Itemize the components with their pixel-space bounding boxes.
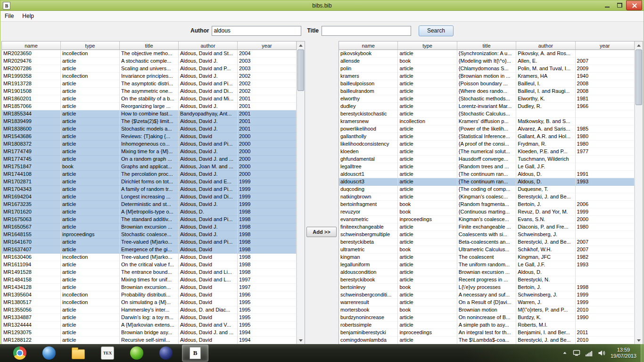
table-row-ghfundamental[interactable]: ghfundamentalarticleHausdorff converge..… (339, 156, 635, 163)
restore-button[interactable] (613, 0, 626, 10)
table-row-robertssimple[interactable]: robertssimplearticleA simple path to asy… (339, 321, 635, 329)
menu-file[interactable]: File (0, 11, 18, 21)
media-green-icon-button[interactable] (124, 345, 150, 362)
close-button[interactable] (626, 0, 642, 10)
left-scrollbar[interactable] (297, 41, 305, 344)
table-row-kloeden[interactable]: kloedenarticle{The numerical solut...Klo… (339, 148, 635, 156)
table-row-MR1913728[interactable]: MR1913728articleThe asymptotic distri...… (2, 80, 297, 88)
table-row-natkingbrown[interactable]: natkingbrownarticle{Kingman's coalesc...… (339, 193, 635, 201)
table-row-ultrametric[interactable]: ultrametricbookUltrametric Calculus...Sc… (339, 246, 635, 254)
table-row-MR1673235[interactable]: MR1673235articleDeterministic and st...A… (2, 201, 297, 208)
chrome-icon-button[interactable] (7, 345, 33, 362)
table-row-MR1901508[interactable]: MR1901508articleThe asymmetric one...Ald… (2, 88, 297, 95)
column-header-title[interactable]: title (457, 41, 516, 50)
table-row-MR1324444[interactable]: MR1324444articleA {M}arkovian extens...A… (2, 321, 297, 329)
table-row-polin[interactable]: polinarticle{Chlamydomonas S...Polin, M.… (339, 65, 635, 73)
table-row-MR1702871[interactable]: MR1702871articleDirichlet forms on tot..… (2, 178, 297, 186)
table-row-berestyckibeta[interactable]: berestyckibetaarticleBeta-coalescents an… (339, 239, 635, 246)
table-row-MR1434128[interactable]: MR1434128articleBrownian excursion...Ald… (2, 284, 297, 291)
table-row-MR1395604[interactable]: MR1395604incollectionProbability distrib… (2, 291, 297, 299)
table-row-MR1484158[interactable]: MR1484158articleMixing times for unif...… (2, 276, 297, 284)
column-header-author[interactable]: author (516, 41, 575, 50)
table-row-MR1744108[interactable]: MR1744108articleThe percolation proc...A… (2, 171, 297, 178)
table-row-MR1774745[interactable]: MR1774745articleOn a random graph ...Ald… (2, 156, 297, 163)
table-row-MR1857066[interactable]: MR1857066articleReorganizing large ...Al… (2, 103, 297, 110)
column-header-type[interactable]: type (398, 41, 457, 50)
hidden-icons-icon[interactable] (562, 350, 568, 356)
table-row-duqcoding[interactable]: duqcodingarticle{The coding of comp...Du… (339, 186, 635, 193)
table-row-mortersbook[interactable]: mortersbookbookBrownian motionM{\"o}rter… (339, 306, 635, 314)
table-row-MR1860201[interactable]: MR1860201articleOn the stability of a b.… (2, 95, 297, 103)
scroll-thumb[interactable] (297, 49, 304, 91)
add-button[interactable]: Add >> (306, 227, 337, 237)
table-row-bertoinlevy[interactable]: bertoinlevybookL{\'e}vy processesBertoin… (339, 284, 635, 291)
table-row-MR2023650[interactable]: MR2023650incollectionThe objective metho… (2, 50, 297, 58)
table-row-MR1650567[interactable]: MR1650567articleBrownian excursion ...Al… (2, 223, 297, 231)
table-row-kramers[interactable]: kramersarticle{Brownian motion in ...Kra… (339, 73, 635, 80)
column-header-title[interactable]: title (120, 41, 179, 50)
show-desktop-button[interactable] (641, 344, 644, 362)
table-row-MR1855344[interactable]: MR1855344articleHow to combine fast...Ba… (2, 110, 297, 118)
titlebar[interactable]: B bibs.bib (0, 0, 644, 11)
table-row-finiteexchangeable[interactable]: finiteexchangeablearticleFinite exchange… (339, 223, 635, 231)
table-row-likelihoodconsistency[interactable]: likelihoodconsistencyarticle{A proof of … (339, 140, 635, 148)
volume-icon[interactable] (598, 350, 605, 356)
globe-dark-icon-button[interactable] (153, 345, 179, 362)
table-row-dudley[interactable]: dudleyarticleLorentz-invariant Mar...Dud… (339, 103, 635, 110)
table-row-warrenresult[interactable]: warrenresultarticleOn a Result of {D}avi… (339, 299, 635, 306)
scroll-up-button[interactable] (635, 41, 643, 49)
file-manager-icon-button[interactable] (65, 345, 91, 362)
table-row-kramersnew[interactable]: kramersnewincollectionKramers' diffusion… (339, 118, 635, 125)
table-row-MR1334887[interactable]: MR1334887articleDarwin's log: a toy m...… (2, 314, 297, 321)
table-row-MR1355056[interactable]: MR1355056articleHammersley's inter...Ald… (2, 306, 297, 314)
table-row-legalluniform[interactable]: legalluniformarticleThe uniform random..… (339, 261, 635, 269)
table-row-aldouscrt1[interactable]: aldouscrt1article{The continuum ran...Al… (339, 171, 635, 178)
column-header-year[interactable]: year (576, 41, 635, 50)
table-row-MR1288122[interactable]: MR1288122articleRecursive self-simil...A… (2, 337, 297, 344)
table-row-berestyckistochastic[interactable]: berestyckistochasticarticle{Stochastic C… (339, 110, 635, 118)
table-row-aldouscrt3[interactable]: aldouscrt3article{The continuum ran...Al… (339, 178, 635, 186)
bibtex-icon-button[interactable]: B (182, 345, 208, 362)
title-input[interactable] (322, 26, 411, 36)
table-row-legalltree[interactable]: legalltreearticle{Random trees and ...Le… (339, 163, 635, 171)
table-row-MR2029476[interactable]: MR2029476articleA stochastic comple...Al… (2, 58, 297, 65)
table-row-MR1839499[interactable]: MR1839499articleThe {$\zeta(2)$} limit..… (2, 118, 297, 125)
minimize-button[interactable] (601, 0, 613, 10)
table-row-MR1630406[interactable]: MR1630406incollectionTree-valued {M}arko… (2, 254, 297, 261)
table-row-MR1543686[interactable]: MR1543686articleReviews: {T}aking {...Al… (2, 133, 297, 140)
table-row-burdzynonincrease[interactable]: burdzynonincreasearticleOn nonincrease o… (339, 314, 635, 321)
table-row-MR1701620[interactable]: MR1701620articleA {M}etropolis-type o...… (2, 208, 297, 216)
display-icon[interactable] (573, 350, 580, 356)
table-row-schweinsbergconditi...[interactable]: schweinsbergconditi...articleA necessary… (339, 291, 635, 299)
table-row-revuzyor[interactable]: revuzyorbook{Continuous marting...Revuz,… (339, 208, 635, 216)
table-row-MR1704343[interactable]: MR1704343articleA family of random tr...… (2, 186, 297, 193)
table-row-MR1694204[interactable]: MR1694204articleLongest increasing ...Al… (2, 193, 297, 201)
table-row-MR1648155[interactable]: MR1648155inproceedingsStochastic coalesc… (2, 231, 297, 239)
right-scrollbar[interactable] (635, 41, 643, 344)
column-header-type[interactable]: type (61, 41, 120, 50)
table-row-powerlikelihood[interactable]: powerlikelihoodarticle{Power of the like… (339, 125, 635, 133)
column-header-year[interactable]: year (238, 41, 297, 50)
scroll-down-button[interactable] (635, 337, 643, 344)
table-row-MR1999358[interactable]: MR1999358incollectionInvariance principl… (2, 73, 297, 80)
table-row-MR1611094[interactable]: MR1611094articleOn the critical value f.… (2, 261, 297, 269)
table-row-comingdownlambda[interactable]: comingdownlambdaarticleThe $\Lambda$-coa… (339, 337, 635, 344)
table-row-MR1293075[interactable]: MR1293075articleBrownian bridge asy...Al… (2, 329, 297, 337)
scroll-down-button[interactable] (297, 337, 305, 344)
table-row-MR1838600[interactable]: MR1838600articleStochastic models a...Al… (2, 125, 297, 133)
table-row-MR1675063[interactable]: MR1675063articleThe standard additiv...A… (2, 216, 297, 223)
table-row-berestyckibook[interactable]: berestyckibookarticleRecent progress in … (339, 276, 635, 284)
table-row-schweinsbergmultiple[interactable]: schweinsbergmultiplearticleCoalescents w… (339, 231, 635, 239)
table-row-MR2007286[interactable]: MR2007286articleScaling and univers...Al… (2, 65, 297, 73)
table-row-kingman[interactable]: kingmanarticleThe coalescentKingman, JFC… (339, 254, 635, 261)
table-row-bertoinfragment[interactable]: bertoinfragmentbook{Random fragmenta...B… (339, 201, 635, 208)
column-header-author[interactable]: author (179, 41, 238, 50)
table-row-benjaminiberestycki[interactable]: benjaminiberestyckiinproceedingsAn integ… (339, 329, 635, 337)
table-row-evansmetric[interactable]: evansmetricinproceedingsKingman's coales… (339, 216, 635, 223)
table-row-MR1641670[interactable]: MR1641670articleTree-valued {M}arko...Al… (2, 239, 297, 246)
scroll-up-button[interactable] (297, 41, 305, 49)
column-header-name[interactable]: name (2, 41, 61, 50)
tex-icon-button[interactable]: TEX (94, 345, 121, 362)
table-row-elworthy[interactable]: elworthyarticle{Stochastic methods...Elw… (339, 95, 635, 103)
table-row-MR1808372[interactable]: MR1808372articleInhomogeneous co...Aldou… (2, 140, 297, 148)
